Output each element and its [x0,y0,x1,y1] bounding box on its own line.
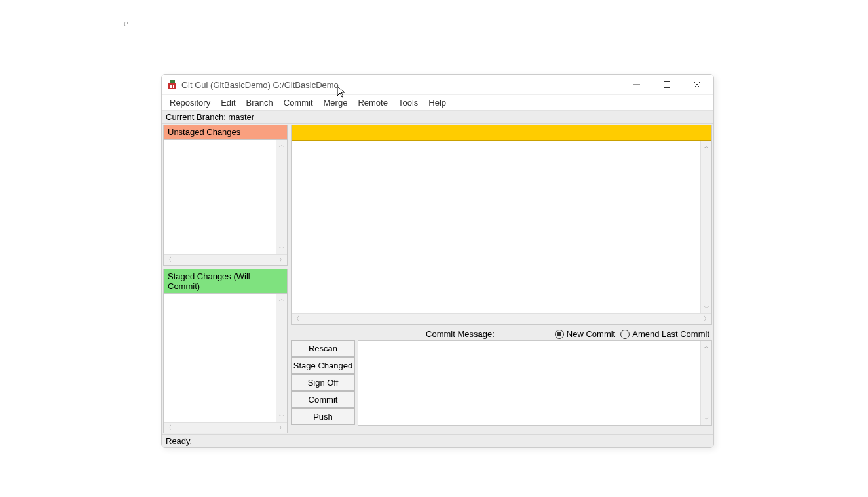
scroll-up-icon: ︿ [279,295,285,304]
staged-hscroll[interactable]: 〈 〉 [164,422,287,433]
body-area: Unstaged Changes ︿ ﹀ 〈 〉 Staged Changes … [162,124,713,434]
svg-rect-3 [173,85,174,88]
commit-msg-vscroll[interactable]: ︿ ﹀ [700,341,711,425]
menu-edit[interactable]: Edit [216,96,240,109]
scroll-down-icon: ﹀ [704,304,709,312]
left-column: Unstaged Changes ︿ ﹀ 〈 〉 Staged Changes … [163,125,288,433]
scroll-right-icon: 〉 [279,424,285,432]
scroll-left-icon: 〈 [166,256,172,264]
current-branch-bar: Current Branch: master [162,111,713,124]
scroll-left-icon: 〈 [166,424,172,432]
unstaged-body: ︿ ﹀ [164,140,287,254]
titlebar: Git Gui (GitBasicDemo) G:/GitBasicDemo [162,75,713,95]
radio-new-label: New Commit [567,329,615,339]
diff-panel: ︿ ﹀ 〈 〉 [291,125,712,325]
scroll-down-icon: ﹀ [279,245,285,253]
unstaged-list[interactable] [164,140,276,254]
menu-branch[interactable]: Branch [241,96,278,109]
staged-header: Staged Changes (Will Commit) [164,269,287,294]
commit-message-label: Commit Message: [293,329,548,339]
menu-help[interactable]: Help [423,96,451,109]
scroll-down-icon: ﹀ [279,412,285,421]
statusbar: Ready. [162,434,713,447]
commit-type-radios: New Commit Amend Last Commit [555,329,709,339]
sign-off-button[interactable]: Sign Off [291,374,355,391]
diff-vscroll[interactable]: ︿ ﹀ [700,141,711,313]
action-buttons: Rescan Stage Changed Sign Off Commit Pus… [291,340,355,426]
scroll-right-icon: 〉 [279,256,285,264]
diff-header [292,125,711,141]
radio-unchecked-icon [620,330,630,339]
staged-panel: Staged Changes (Will Commit) ︿ ﹀ 〈 〉 [163,269,288,433]
diff-content[interactable] [292,141,700,313]
push-button[interactable]: Push [291,408,355,425]
commit-top-row: Commit Message: New Commit Amend Last Co… [291,328,712,340]
right-column: ︿ ﹀ 〈 〉 Commit Message: New Commit [291,125,712,433]
scroll-right-icon: 〉 [704,315,709,323]
svg-rect-2 [170,85,172,88]
menu-merge[interactable]: Merge [318,96,353,109]
commit-lower: Rescan Stage Changed Sign Off Commit Pus… [291,340,712,426]
unstaged-header: Unstaged Changes [164,125,287,140]
stage-changed-button[interactable]: Stage Changed [291,357,355,374]
staged-list[interactable] [164,294,276,422]
git-gui-window: Git Gui (GitBasicDemo) G:/GitBasicDemo R… [161,74,714,448]
window-title: Git Gui (GitBasicDemo) G:/GitBasicDemo [178,80,622,90]
scroll-left-icon: 〈 [293,315,299,323]
menu-commit[interactable]: Commit [278,96,318,109]
commit-area: Commit Message: New Commit Amend Last Co… [291,328,712,426]
staged-vscroll[interactable]: ︿ ﹀ [276,294,287,422]
commit-button[interactable]: Commit [291,391,355,408]
menubar: Repository Edit Branch Commit Merge Remo… [162,95,713,111]
maximize-button[interactable] [652,75,682,94]
app-icon [167,79,178,90]
svg-rect-1 [168,83,176,89]
rescan-button[interactable]: Rescan [291,340,355,357]
diff-body: ︿ ﹀ [292,141,711,313]
radio-new-commit[interactable]: New Commit [555,329,615,339]
unstaged-panel: Unstaged Changes ︿ ﹀ 〈 〉 [163,125,288,266]
unstaged-hscroll[interactable]: 〈 〉 [164,254,287,265]
svg-rect-5 [664,82,670,88]
menu-remote[interactable]: Remote [352,96,393,109]
commit-message-wrap: ︿ ﹀ [358,340,712,426]
svg-rect-0 [170,80,175,83]
staged-body: ︿ ﹀ [164,294,287,422]
minimize-button[interactable] [622,75,652,94]
scroll-up-icon: ︿ [704,142,709,151]
radio-checked-icon [555,330,564,339]
commit-message-input[interactable] [358,341,700,425]
unstaged-vscroll[interactable]: ︿ ﹀ [276,140,287,254]
menu-tools[interactable]: Tools [393,96,423,109]
window-controls [622,75,712,94]
menu-repository[interactable]: Repository [164,96,216,109]
radio-amend-commit[interactable]: Amend Last Commit [620,329,709,339]
radio-amend-label: Amend Last Commit [632,329,709,339]
scroll-up-icon: ︿ [704,342,709,351]
scroll-down-icon: ﹀ [704,415,709,424]
scroll-up-icon: ︿ [279,141,285,149]
stray-character: ↵ [123,20,129,28]
close-button[interactable] [682,75,712,94]
diff-hscroll[interactable]: 〈 〉 [292,313,711,324]
